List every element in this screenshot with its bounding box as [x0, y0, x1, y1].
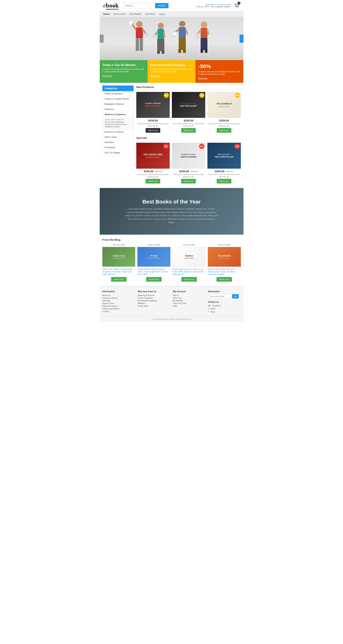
nav-login[interactable]: Log In — [159, 13, 165, 16]
read-more-1[interactable]: Read more — [111, 277, 126, 282]
logo[interactable]: ebook — [103, 2, 119, 8]
product-badge-new-3: New! — [235, 93, 240, 98]
rss-icon: ∿ — [208, 310, 210, 313]
submenu-text-1: Conse ctetur adipiscing — [105, 121, 131, 123]
footer-secure[interactable]: Secure Shopping — [138, 297, 170, 299]
submenu-item-1[interactable]: Lorem ipsum dolor sit — [105, 118, 131, 121]
footer-help[interactable]: Help — [173, 305, 206, 307]
special-card-2: NORMAN RUSH SUBTLE BODIES Sale! $258.89 … — [172, 143, 205, 184]
special-img-wrap-3: JODI PICOULT THE STORYTELLER Sale! — [207, 143, 241, 169]
facebook-icon: f — [208, 308, 209, 310]
sidebar-romance[interactable]: Romance — [102, 107, 133, 112]
sidebar-periodicals[interactable]: Periodicals — [102, 145, 133, 150]
new-products-title: New Products — [136, 86, 241, 90]
currency-option[interactable]: Currency: USD — [196, 6, 208, 8]
nav-wishlist[interactable]: My Wishlist — [129, 13, 141, 16]
specials-section: Specials THE LONGEST RIDE NICHOLAS SPARK… — [136, 136, 241, 184]
sidebar-kids[interactable]: Kids & Teens — [102, 135, 133, 140]
social-facebook[interactable]: 🐦 Facebook — [208, 304, 241, 307]
promo-green-cta[interactable]: Shop now! — [102, 75, 112, 77]
footer-customer-service[interactable]: Customer Service — [102, 297, 135, 299]
footer-orders[interactable]: Orders and Returns — [102, 308, 135, 310]
footer-site-map[interactable]: Site Map — [102, 300, 135, 302]
blog-grid: June 15, 2015 Orphan Train CHRISTINA BAK… — [102, 244, 241, 282]
social-twitter[interactable]: f Twitter — [208, 308, 241, 310]
blog-date-4: June 26, 2015 — [208, 244, 241, 246]
person4 — [194, 20, 214, 56]
read-more-2[interactable]: Read more — [146, 277, 161, 282]
search-button[interactable]: Search — [155, 3, 168, 8]
sidebar: Categories Fiction & Literature Comics &… — [102, 86, 134, 184]
footer-group[interactable]: Group Sales — [138, 305, 170, 307]
footer-about[interactable]: About Us — [102, 294, 135, 296]
language-option[interactable]: Your Language: English — [211, 6, 230, 8]
read-more-4[interactable]: Read more — [217, 277, 232, 282]
hero-people — [118, 19, 225, 56]
footer-intl[interactable]: International Shipping — [138, 300, 170, 302]
footer-mywishlist[interactable]: My Wishlist — [173, 300, 206, 302]
newsletter-input[interactable] — [208, 294, 231, 298]
footer-shipping[interactable]: Shipping & Returns — [138, 294, 170, 296]
footer-search-terms[interactable]: Search Terms — [102, 302, 135, 304]
blog-post-1: June 15, 2015 Orphan Train CHRISTINA BAK… — [102, 244, 135, 282]
svg-point-30 — [201, 22, 207, 28]
add-to-cart-special-3[interactable]: Add to cart — [217, 179, 231, 184]
blog-date-1: June 15, 2015 — [102, 244, 135, 246]
cart-badge: 0 — [237, 2, 241, 5]
svg-rect-25 — [173, 32, 177, 35]
hero-arrow-right[interactable]: › — [240, 35, 244, 43]
footer-viewcart[interactable]: View Cart — [173, 297, 206, 299]
add-to-cart-2[interactable]: Add to cart — [181, 128, 196, 133]
footer-advanced-search[interactable]: Advanced Search — [102, 305, 135, 307]
search-input[interactable] — [123, 3, 155, 8]
sidebar-mystery[interactable]: Mystery & Suspense — [102, 112, 131, 117]
product-card-2: STEPHEN KING DOCTOR SLEEP New! $258.89 L… — [172, 92, 205, 133]
promo-yellow-cta[interactable]: Shop now! — [150, 75, 160, 77]
person2 — [151, 21, 171, 56]
sidebar-scifi[interactable]: Sci Fi & Fantasy — [102, 150, 133, 155]
footer-signin[interactable]: Sign In — [173, 294, 206, 296]
social-blog[interactable]: ∿ blog — [208, 310, 241, 313]
nav-home[interactable]: Home — [103, 13, 110, 16]
products-area: New Products SANDRA BROWN MEAN STREAK Ne… — [136, 86, 241, 184]
sidebar-comics[interactable]: Comics & Graphic Novels — [102, 96, 133, 102]
promo-orange: -50% Excepteur sint occaecat cupidatat n… — [195, 60, 243, 83]
sidebar-biography[interactable]: Biography & Memoir — [102, 102, 133, 107]
svg-line-26 — [186, 29, 187, 34]
product-3-author: DONNA TARTT — [219, 106, 230, 108]
cart-icon[interactable]: 0 — [234, 2, 240, 9]
svg-point-2 — [237, 6, 238, 7]
footer-track[interactable]: Track My Order — [173, 302, 206, 304]
sidebar-nonfiction[interactable]: Nonfiction — [102, 140, 133, 145]
footer-why-title: Why buy from us — [138, 290, 170, 293]
sidebar-submenu: Lorem ipsum dolor sit Conse ctetur adipi… — [102, 117, 133, 130]
special-desc-3: Lorem ipsum dolor sit amet conse ctetur … — [207, 173, 241, 178]
nav-checkout[interactable]: Checkout — [145, 13, 155, 16]
special-2-author: NORMAN RUSH — [181, 154, 196, 155]
add-to-cart-3[interactable]: Add to cart — [217, 128, 231, 133]
footer-contact[interactable]: Contact — [102, 310, 135, 312]
special-card-3: JODI PICOULT THE STORYTELLER Sale! $258.… — [207, 143, 241, 184]
footer-affiliates[interactable]: Affiliates — [138, 302, 170, 304]
footer-newsletter-title: Newsletter — [208, 290, 241, 293]
special-badge-1: Sale! — [163, 144, 169, 149]
promo-orange-cta[interactable]: Shop now! — [198, 77, 208, 80]
nav-account[interactable]: My Account — [114, 13, 126, 16]
svg-rect-23 — [179, 27, 186, 38]
blog-text-3: Praesent aget lorem non tellus pre sum m… — [173, 268, 206, 276]
add-to-cart-special-1[interactable]: Add to cart — [146, 179, 160, 184]
hero-arrow-left[interactable]: ‹ — [100, 35, 104, 43]
promo-yellow: Recommended Reading Excepteur sint occae… — [148, 60, 195, 83]
welcome-text: Welcome to our online store! — [196, 4, 231, 6]
specials-grid: THE LONGEST RIDE NICHOLAS SPARKS Sale! $… — [136, 143, 241, 184]
newsletter-submit[interactable]: Ok! — [232, 294, 239, 298]
promo-orange-title: -50% — [198, 63, 241, 70]
special-1-author: NICHOLAS SPARKS — [146, 156, 160, 158]
add-to-cart-1[interactable]: Add to cart — [146, 128, 160, 133]
sidebar-fiction[interactable]: Fiction & Literature — [102, 91, 133, 96]
blog-img-3: Adultery Paulo Coelho — [173, 247, 206, 267]
read-more-3[interactable]: Read more — [181, 277, 197, 282]
sidebar-business[interactable]: Business & Finance — [102, 130, 133, 135]
add-to-cart-special-2[interactable]: Add to cart — [181, 179, 196, 184]
blog-text-2: Vivamus blandit nulla non placerat viver… — [137, 268, 170, 276]
